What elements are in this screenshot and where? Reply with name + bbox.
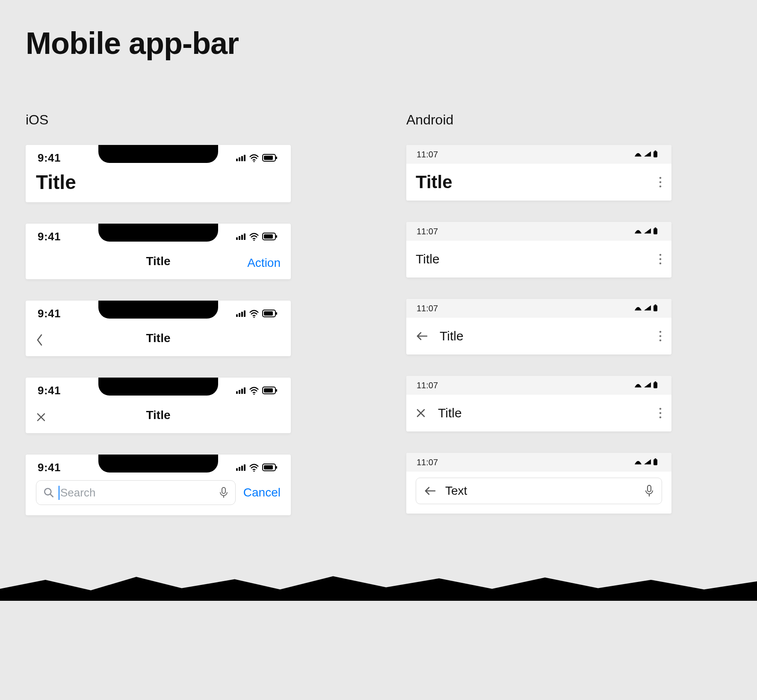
more-vertical-icon [659, 176, 662, 188]
svg-rect-16 [236, 314, 238, 317]
android-appbar-large-title: 11:07 Title [406, 145, 671, 201]
svg-rect-68 [648, 485, 651, 492]
page-title: Mobile app-bar [26, 26, 731, 61]
svg-rect-60 [654, 382, 657, 388]
android-overflow-button[interactable] [659, 330, 662, 342]
svg-point-53 [659, 263, 662, 265]
ios-status-icons [236, 463, 279, 472]
ios-appbar-large-title: 9:41 [26, 145, 291, 202]
android-appbar-regular: 11:07 Title [406, 222, 671, 278]
android-large-title: Title [416, 172, 647, 192]
svg-rect-3 [244, 155, 245, 161]
svg-rect-15 [276, 235, 277, 238]
android-search-input[interactable] [444, 484, 636, 498]
svg-rect-9 [239, 236, 240, 240]
ios-large-title: Title [36, 171, 76, 196]
ios-clock: 9:41 [38, 230, 61, 243]
svg-rect-42 [222, 487, 225, 493]
svg-rect-49 [654, 228, 657, 234]
search-icon [43, 487, 54, 498]
ios-back-button[interactable] [36, 334, 44, 346]
ios-close-button[interactable] [36, 412, 46, 422]
android-regular-title: Title [438, 406, 647, 420]
ios-notch [98, 145, 218, 163]
ios-clock: 9:41 [38, 461, 61, 474]
ios-search-input[interactable] [59, 486, 215, 500]
ios-status-bar: 9:41 [26, 378, 291, 403]
android-regular-title: Title [440, 329, 647, 343]
svg-rect-55 [655, 304, 656, 306]
ios-clock: 9:41 [38, 307, 61, 320]
android-close-button[interactable] [416, 408, 426, 418]
ios-column: iOS 9:41 [26, 112, 291, 515]
svg-point-63 [659, 412, 662, 414]
ios-notch [98, 378, 218, 396]
svg-point-62 [659, 408, 662, 410]
ios-notch [98, 301, 218, 319]
android-search-field[interactable] [416, 478, 662, 504]
svg-rect-38 [264, 465, 273, 470]
ios-status-icons [236, 232, 279, 241]
svg-rect-44 [654, 151, 657, 157]
ios-appbar-back: 9:41 [26, 301, 291, 356]
svg-rect-6 [264, 156, 273, 160]
android-status-icons [634, 458, 661, 466]
android-appbar-search: 11:07 [406, 453, 671, 514]
svg-point-64 [659, 416, 662, 419]
microphone-icon[interactable] [645, 484, 654, 497]
svg-rect-2 [241, 156, 243, 161]
ios-status-icons [236, 154, 279, 162]
svg-rect-22 [264, 311, 273, 316]
chevron-left-icon [36, 334, 44, 346]
svg-rect-10 [241, 235, 243, 240]
svg-rect-18 [241, 312, 243, 317]
svg-rect-23 [276, 312, 277, 315]
android-appbar-close: 11:07 Title [406, 376, 671, 431]
android-clock: 11:07 [417, 150, 438, 159]
android-appbar-back: 11:07 Title [406, 299, 671, 354]
ios-action-button[interactable]: Action [247, 256, 281, 270]
android-back-button[interactable] [416, 331, 428, 341]
microphone-icon[interactable] [219, 487, 228, 499]
android-status-icons [634, 304, 661, 312]
svg-rect-24 [236, 391, 238, 394]
svg-rect-61 [655, 381, 656, 383]
android-clock: 11:07 [417, 304, 438, 313]
svg-point-47 [659, 181, 662, 183]
svg-rect-31 [276, 389, 277, 392]
svg-rect-66 [655, 458, 656, 460]
android-overflow-button[interactable] [659, 407, 662, 419]
android-status-icons [634, 227, 661, 235]
svg-rect-1 [239, 157, 240, 161]
svg-rect-8 [236, 237, 238, 240]
svg-rect-7 [276, 157, 277, 159]
svg-rect-45 [655, 151, 656, 152]
ios-cancel-button[interactable]: Cancel [243, 486, 281, 499]
more-vertical-icon [659, 330, 662, 342]
svg-rect-32 [236, 468, 238, 471]
ios-status-bar: 9:41 [26, 224, 291, 249]
android-clock: 11:07 [417, 381, 438, 390]
svg-point-4 [253, 161, 254, 162]
android-status-bar: 11:07 [406, 376, 671, 395]
svg-rect-27 [244, 387, 245, 394]
ios-center-title: Title [146, 254, 170, 268]
ragged-edge-decoration [0, 571, 757, 601]
svg-rect-25 [239, 390, 240, 394]
arrow-left-icon[interactable] [424, 486, 436, 496]
android-column: Android 11:07 [406, 112, 671, 515]
svg-point-46 [659, 177, 662, 179]
close-icon [36, 412, 46, 422]
svg-rect-54 [654, 305, 657, 311]
ios-notch [98, 224, 218, 242]
ios-search-field[interactable] [36, 480, 236, 505]
android-overflow-button[interactable] [659, 176, 662, 188]
svg-point-58 [659, 335, 662, 337]
android-regular-title: Title [416, 252, 647, 266]
svg-point-57 [659, 331, 662, 333]
svg-point-28 [253, 393, 254, 395]
android-overflow-button[interactable] [659, 253, 662, 265]
svg-rect-50 [655, 227, 656, 229]
svg-point-20 [253, 316, 254, 318]
ios-center-title: Title [146, 408, 170, 422]
